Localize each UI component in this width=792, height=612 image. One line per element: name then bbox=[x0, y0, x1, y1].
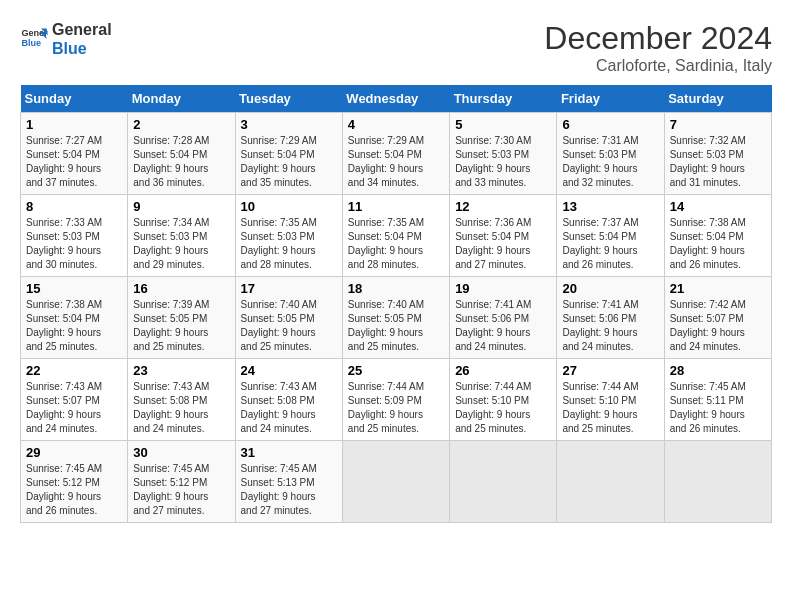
day-number: 1 bbox=[26, 117, 122, 132]
day-detail: Sunrise: 7:29 AM Sunset: 5:04 PM Dayligh… bbox=[241, 134, 337, 190]
day-detail: Sunrise: 7:32 AM Sunset: 5:03 PM Dayligh… bbox=[670, 134, 766, 190]
day-number: 7 bbox=[670, 117, 766, 132]
day-number: 8 bbox=[26, 199, 122, 214]
calendar-week-5: 29Sunrise: 7:45 AM Sunset: 5:12 PM Dayli… bbox=[21, 441, 772, 523]
calendar-cell: 30Sunrise: 7:45 AM Sunset: 5:12 PM Dayli… bbox=[128, 441, 235, 523]
calendar-cell: 16Sunrise: 7:39 AM Sunset: 5:05 PM Dayli… bbox=[128, 277, 235, 359]
day-detail: Sunrise: 7:35 AM Sunset: 5:03 PM Dayligh… bbox=[241, 216, 337, 272]
weekday-header-row: SundayMondayTuesdayWednesdayThursdayFrid… bbox=[21, 85, 772, 113]
logo-general: General bbox=[52, 20, 112, 39]
weekday-header-friday: Friday bbox=[557, 85, 664, 113]
day-number: 5 bbox=[455, 117, 551, 132]
day-detail: Sunrise: 7:31 AM Sunset: 5:03 PM Dayligh… bbox=[562, 134, 658, 190]
day-number: 11 bbox=[348, 199, 444, 214]
calendar-cell bbox=[450, 441, 557, 523]
calendar-cell: 20Sunrise: 7:41 AM Sunset: 5:06 PM Dayli… bbox=[557, 277, 664, 359]
weekday-header-monday: Monday bbox=[128, 85, 235, 113]
calendar-cell: 13Sunrise: 7:37 AM Sunset: 5:04 PM Dayli… bbox=[557, 195, 664, 277]
calendar-cell: 24Sunrise: 7:43 AM Sunset: 5:08 PM Dayli… bbox=[235, 359, 342, 441]
calendar-cell bbox=[664, 441, 771, 523]
calendar-cell: 29Sunrise: 7:45 AM Sunset: 5:12 PM Dayli… bbox=[21, 441, 128, 523]
day-detail: Sunrise: 7:44 AM Sunset: 5:10 PM Dayligh… bbox=[562, 380, 658, 436]
day-number: 22 bbox=[26, 363, 122, 378]
calendar-cell: 23Sunrise: 7:43 AM Sunset: 5:08 PM Dayli… bbox=[128, 359, 235, 441]
calendar-cell: 28Sunrise: 7:45 AM Sunset: 5:11 PM Dayli… bbox=[664, 359, 771, 441]
weekday-header-thursday: Thursday bbox=[450, 85, 557, 113]
calendar-week-4: 22Sunrise: 7:43 AM Sunset: 5:07 PM Dayli… bbox=[21, 359, 772, 441]
day-detail: Sunrise: 7:39 AM Sunset: 5:05 PM Dayligh… bbox=[133, 298, 229, 354]
day-number: 4 bbox=[348, 117, 444, 132]
calendar-cell: 9Sunrise: 7:34 AM Sunset: 5:03 PM Daylig… bbox=[128, 195, 235, 277]
day-detail: Sunrise: 7:33 AM Sunset: 5:03 PM Dayligh… bbox=[26, 216, 122, 272]
calendar-cell: 8Sunrise: 7:33 AM Sunset: 5:03 PM Daylig… bbox=[21, 195, 128, 277]
day-number: 29 bbox=[26, 445, 122, 460]
day-detail: Sunrise: 7:36 AM Sunset: 5:04 PM Dayligh… bbox=[455, 216, 551, 272]
day-detail: Sunrise: 7:40 AM Sunset: 5:05 PM Dayligh… bbox=[241, 298, 337, 354]
day-detail: Sunrise: 7:45 AM Sunset: 5:11 PM Dayligh… bbox=[670, 380, 766, 436]
day-detail: Sunrise: 7:29 AM Sunset: 5:04 PM Dayligh… bbox=[348, 134, 444, 190]
calendar-week-2: 8Sunrise: 7:33 AM Sunset: 5:03 PM Daylig… bbox=[21, 195, 772, 277]
calendar-cell: 5Sunrise: 7:30 AM Sunset: 5:03 PM Daylig… bbox=[450, 113, 557, 195]
calendar-week-1: 1Sunrise: 7:27 AM Sunset: 5:04 PM Daylig… bbox=[21, 113, 772, 195]
day-detail: Sunrise: 7:38 AM Sunset: 5:04 PM Dayligh… bbox=[26, 298, 122, 354]
calendar-cell: 4Sunrise: 7:29 AM Sunset: 5:04 PM Daylig… bbox=[342, 113, 449, 195]
logo: General Blue General Blue bbox=[20, 20, 112, 58]
day-number: 24 bbox=[241, 363, 337, 378]
calendar-cell: 3Sunrise: 7:29 AM Sunset: 5:04 PM Daylig… bbox=[235, 113, 342, 195]
calendar-cell: 19Sunrise: 7:41 AM Sunset: 5:06 PM Dayli… bbox=[450, 277, 557, 359]
day-number: 19 bbox=[455, 281, 551, 296]
title-area: December 2024 Carloforte, Sardinia, Ital… bbox=[544, 20, 772, 75]
calendar-cell: 10Sunrise: 7:35 AM Sunset: 5:03 PM Dayli… bbox=[235, 195, 342, 277]
calendar-cell: 1Sunrise: 7:27 AM Sunset: 5:04 PM Daylig… bbox=[21, 113, 128, 195]
day-number: 31 bbox=[241, 445, 337, 460]
day-number: 26 bbox=[455, 363, 551, 378]
day-number: 23 bbox=[133, 363, 229, 378]
day-detail: Sunrise: 7:44 AM Sunset: 5:09 PM Dayligh… bbox=[348, 380, 444, 436]
month-year-title: December 2024 bbox=[544, 20, 772, 57]
weekday-header-sunday: Sunday bbox=[21, 85, 128, 113]
day-number: 18 bbox=[348, 281, 444, 296]
calendar-cell: 27Sunrise: 7:44 AM Sunset: 5:10 PM Dayli… bbox=[557, 359, 664, 441]
calendar-week-3: 15Sunrise: 7:38 AM Sunset: 5:04 PM Dayli… bbox=[21, 277, 772, 359]
calendar-cell: 18Sunrise: 7:40 AM Sunset: 5:05 PM Dayli… bbox=[342, 277, 449, 359]
weekday-header-tuesday: Tuesday bbox=[235, 85, 342, 113]
day-number: 2 bbox=[133, 117, 229, 132]
day-detail: Sunrise: 7:27 AM Sunset: 5:04 PM Dayligh… bbox=[26, 134, 122, 190]
day-number: 13 bbox=[562, 199, 658, 214]
day-detail: Sunrise: 7:40 AM Sunset: 5:05 PM Dayligh… bbox=[348, 298, 444, 354]
svg-text:Blue: Blue bbox=[21, 38, 41, 48]
day-number: 27 bbox=[562, 363, 658, 378]
day-number: 9 bbox=[133, 199, 229, 214]
day-number: 28 bbox=[670, 363, 766, 378]
logo-blue: Blue bbox=[52, 39, 112, 58]
calendar-cell bbox=[342, 441, 449, 523]
day-number: 25 bbox=[348, 363, 444, 378]
calendar-cell: 21Sunrise: 7:42 AM Sunset: 5:07 PM Dayli… bbox=[664, 277, 771, 359]
calendar-cell: 15Sunrise: 7:38 AM Sunset: 5:04 PM Dayli… bbox=[21, 277, 128, 359]
calendar-cell bbox=[557, 441, 664, 523]
day-detail: Sunrise: 7:45 AM Sunset: 5:12 PM Dayligh… bbox=[133, 462, 229, 518]
day-number: 10 bbox=[241, 199, 337, 214]
day-detail: Sunrise: 7:44 AM Sunset: 5:10 PM Dayligh… bbox=[455, 380, 551, 436]
logo-icon: General Blue bbox=[20, 25, 48, 53]
day-detail: Sunrise: 7:43 AM Sunset: 5:07 PM Dayligh… bbox=[26, 380, 122, 436]
calendar-cell: 6Sunrise: 7:31 AM Sunset: 5:03 PM Daylig… bbox=[557, 113, 664, 195]
day-number: 14 bbox=[670, 199, 766, 214]
day-detail: Sunrise: 7:35 AM Sunset: 5:04 PM Dayligh… bbox=[348, 216, 444, 272]
calendar-cell: 31Sunrise: 7:45 AM Sunset: 5:13 PM Dayli… bbox=[235, 441, 342, 523]
day-detail: Sunrise: 7:41 AM Sunset: 5:06 PM Dayligh… bbox=[562, 298, 658, 354]
calendar-cell: 17Sunrise: 7:40 AM Sunset: 5:05 PM Dayli… bbox=[235, 277, 342, 359]
day-number: 3 bbox=[241, 117, 337, 132]
day-detail: Sunrise: 7:37 AM Sunset: 5:04 PM Dayligh… bbox=[562, 216, 658, 272]
day-number: 21 bbox=[670, 281, 766, 296]
location-subtitle: Carloforte, Sardinia, Italy bbox=[544, 57, 772, 75]
calendar-cell: 7Sunrise: 7:32 AM Sunset: 5:03 PM Daylig… bbox=[664, 113, 771, 195]
calendar-cell: 2Sunrise: 7:28 AM Sunset: 5:04 PM Daylig… bbox=[128, 113, 235, 195]
day-number: 12 bbox=[455, 199, 551, 214]
day-number: 15 bbox=[26, 281, 122, 296]
day-number: 20 bbox=[562, 281, 658, 296]
weekday-header-saturday: Saturday bbox=[664, 85, 771, 113]
calendar-cell: 25Sunrise: 7:44 AM Sunset: 5:09 PM Dayli… bbox=[342, 359, 449, 441]
day-number: 16 bbox=[133, 281, 229, 296]
day-detail: Sunrise: 7:41 AM Sunset: 5:06 PM Dayligh… bbox=[455, 298, 551, 354]
